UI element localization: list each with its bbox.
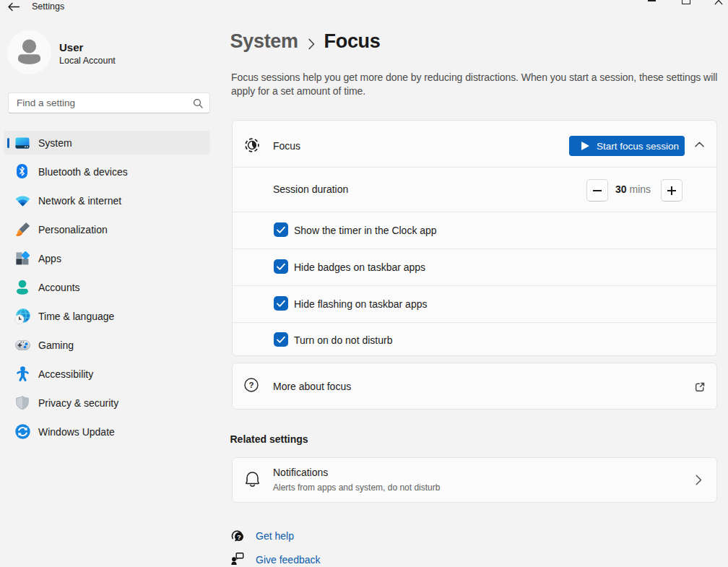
- svg-text:?: ?: [248, 381, 254, 389]
- svg-text:?: ?: [237, 533, 241, 541]
